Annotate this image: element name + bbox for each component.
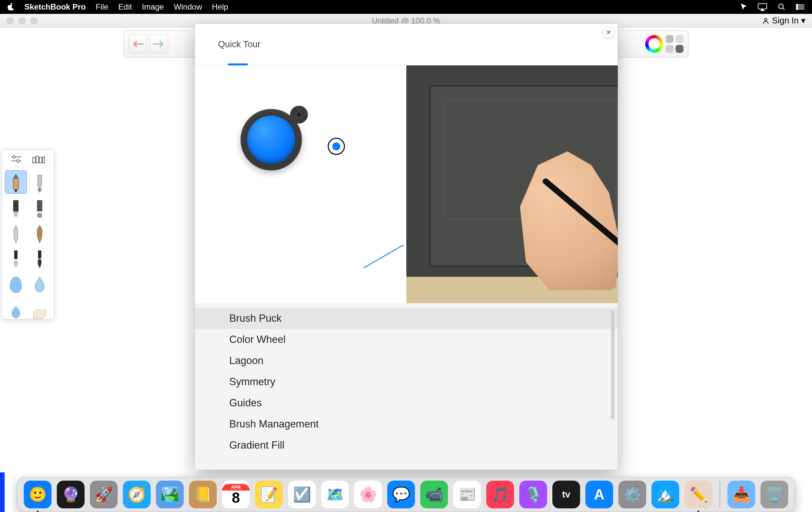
svg-rect-0	[758, 4, 767, 9]
dock-podcasts[interactable]: 🎙️	[519, 481, 547, 508]
svg-point-5	[764, 18, 767, 21]
svg-rect-12	[38, 175, 41, 186]
brush-marker-chisel[interactable]	[5, 196, 27, 219]
dock-calendar[interactable]: APR8	[222, 481, 250, 508]
puck-icon	[240, 109, 302, 170]
quick-tour-modal: ✕ Quick Tour Brush PuckColor WheelLagoon…	[195, 24, 618, 470]
control-center-icon[interactable]	[795, 4, 805, 10]
brush-brush-pen[interactable]	[29, 221, 51, 244]
svg-point-4	[796, 8, 798, 9]
brush-properties-icon[interactable]	[10, 154, 22, 164]
menu-edit[interactable]: Edit	[118, 2, 132, 11]
brush-fine-pen[interactable]	[5, 221, 27, 244]
svg-point-7	[17, 160, 20, 162]
close-window-button[interactable]	[7, 17, 14, 24]
menu-window[interactable]: Window	[174, 2, 202, 11]
zoom-window-button[interactable]	[30, 17, 38, 24]
quick-tour-preview	[195, 65, 618, 303]
dock-separator	[720, 481, 720, 508]
dock-siri[interactable]: 🔮	[57, 481, 85, 508]
dock-music[interactable]: 🎵	[486, 481, 514, 508]
screen-mirroring-icon[interactable]	[758, 3, 768, 11]
dock-settings[interactable]: ⚙️	[618, 481, 646, 508]
menu-help[interactable]: Help	[212, 2, 228, 11]
dock-safari[interactable]: 🧭	[123, 481, 151, 508]
svg-point-1	[779, 4, 783, 8]
menu-image[interactable]: Image	[142, 2, 164, 11]
traffic-lights[interactable]	[7, 17, 38, 24]
svg-point-3	[796, 6, 798, 8]
dock-contacts[interactable]: 📒	[189, 481, 217, 508]
svg-rect-13	[13, 200, 19, 211]
dock-sketchbook[interactable]: ✏️	[685, 481, 712, 508]
color-wheel-button[interactable]	[645, 35, 663, 53]
sign-in-button[interactable]: Sign In ▾	[762, 16, 805, 26]
svg-point-15	[37, 213, 42, 218]
dock-launchpad[interactable]: 🚀	[90, 481, 118, 508]
svg-rect-17	[38, 250, 41, 258]
brush-hard-eraser[interactable]	[29, 296, 51, 319]
macos-menubar: SketchBook Pro File Edit Image Window He…	[0, 0, 812, 14]
svg-rect-8	[33, 158, 35, 163]
tour-item-color-wheel[interactable]: Color Wheel	[195, 329, 618, 350]
tour-item-brush-puck[interactable]: Brush Puck	[195, 308, 618, 329]
tour-item-guides[interactable]: Guides	[195, 392, 618, 414]
undo-button[interactable]	[128, 35, 147, 53]
svg-rect-10	[39, 158, 42, 163]
tour-item-gradient-fill[interactable]: Gradient Fill	[195, 435, 618, 456]
dock-facetime[interactable]: 📹	[420, 481, 448, 508]
brush-palette	[1, 149, 54, 319]
dock-finder[interactable]: 🙂	[24, 481, 52, 508]
svg-point-6	[13, 155, 16, 158]
ui-layout-button[interactable]	[666, 35, 684, 53]
scrollbar[interactable]	[611, 311, 614, 420]
svg-rect-16	[14, 250, 18, 259]
dock: 🙂🔮🚀🧭🏞️📒APR8📝☑️🗺️🌸💬📹📰🎵🎙️tvA⚙️🏔️✏️📥🗑️	[17, 477, 795, 512]
dock-reminders[interactable]: ☑️	[288, 481, 316, 508]
brush-marker-soft[interactable]	[29, 196, 51, 219]
cursor-status-icon[interactable]	[740, 3, 748, 11]
svg-rect-9	[36, 156, 39, 163]
tour-item-symmetry[interactable]: Symmetry	[195, 371, 618, 392]
modal-title: Quick Tour	[218, 39, 261, 50]
dock-notes[interactable]: 📝	[255, 481, 283, 508]
dock-downloads[interactable]: 📥	[727, 481, 755, 508]
dock-photos[interactable]: 🌸	[354, 481, 382, 508]
sign-in-label: Sign In ▾	[772, 16, 805, 26]
brush-library-icon[interactable]	[32, 154, 45, 164]
svg-rect-14	[37, 200, 42, 211]
tablet-video-still	[406, 65, 618, 303]
tour-item-lagoon[interactable]: Lagoon	[195, 350, 618, 371]
svg-point-2	[796, 4, 798, 6]
dock-news[interactable]: 📰	[453, 481, 481, 508]
dock-affinity[interactable]: 🏔️	[651, 481, 679, 508]
dock-tv[interactable]: tv	[552, 481, 580, 508]
brush-ink-nib[interactable]	[5, 246, 27, 269]
brush-water-drop[interactable]	[29, 271, 51, 294]
stroke-line-icon	[363, 245, 404, 268]
dock-trash[interactable]: 🗑️	[760, 481, 788, 508]
dock-appstore[interactable]: A	[585, 481, 613, 508]
dock-maps[interactable]: 🗺️	[321, 481, 349, 508]
brush-soft-round-blue[interactable]	[5, 271, 27, 294]
dock-messages[interactable]: 💬	[387, 481, 415, 508]
brush-preview-icon	[328, 138, 345, 155]
brush-ink-brush[interactable]	[29, 246, 51, 269]
tour-topic-list: Brush PuckColor WheelLagoonSymmetryGuide…	[195, 303, 618, 470]
brush-technical-pen[interactable]	[29, 170, 51, 194]
brush-puck-illustration	[195, 65, 406, 303]
app-menu[interactable]: SketchBook Pro	[24, 2, 86, 11]
dock-area: 🙂🔮🚀🧭🏞️📒APR8📝☑️🗺️🌸💬📹📰🎵🎙️tvA⚙️🏔️✏️📥🗑️	[0, 474, 812, 512]
apple-menu-icon[interactable]	[7, 3, 14, 11]
brush-pencil[interactable]	[5, 170, 27, 194]
svg-rect-11	[42, 157, 45, 163]
redo-button[interactable]	[150, 35, 168, 53]
tour-item-brush-management[interactable]: Brush Management	[195, 414, 618, 435]
minimize-window-button[interactable]	[19, 17, 26, 24]
menu-file[interactable]: File	[95, 2, 108, 11]
dock-preview[interactable]: 🏞️	[156, 481, 184, 508]
spotlight-icon[interactable]	[778, 3, 786, 11]
brush-soft-eraser-blue[interactable]	[5, 296, 27, 319]
modal-header: Quick Tour	[195, 24, 618, 65]
